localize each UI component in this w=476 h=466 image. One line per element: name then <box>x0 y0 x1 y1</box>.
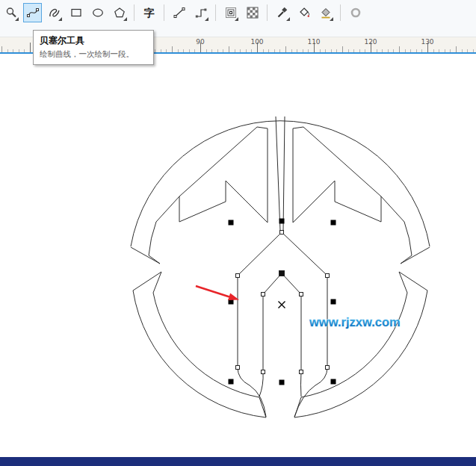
selection-handle <box>229 379 234 385</box>
eyedropper-tool-button[interactable] <box>273 3 291 22</box>
paint-bucket-icon <box>298 7 310 19</box>
fill-tool-button[interactable] <box>316 3 335 22</box>
eyedropper-icon <box>276 7 288 19</box>
bezier-nodes[interactable] <box>236 231 330 374</box>
fill-bucket-icon <box>320 7 332 19</box>
logo-peak-shapes[interactable] <box>179 127 381 223</box>
tooltip-title: 贝塞尔工具 <box>40 34 147 47</box>
text-tool-button[interactable]: 字 <box>140 3 158 22</box>
artwork-svg: www.rjzxw.com <box>0 54 476 457</box>
smart-fill-tool-button[interactable] <box>294 3 313 22</box>
connector-tool-button[interactable] <box>191 3 210 22</box>
artistic-media-icon <box>49 7 61 19</box>
selected-bezier-node <box>279 271 285 276</box>
bezier-node <box>236 274 240 278</box>
connector-icon <box>195 7 207 19</box>
selection-handle <box>331 379 336 385</box>
bezier-node <box>262 370 265 374</box>
contour-icon <box>225 7 237 19</box>
ruler-label: 120 <box>364 38 377 46</box>
tooltip-description: 绘制曲线，一次绘制一段。 <box>40 49 147 60</box>
ruler-label: 130 <box>421 38 433 46</box>
toolbox-row: 字 <box>0 0 476 22</box>
logo-ring-paths[interactable] <box>131 116 430 417</box>
ruler-label: 100 <box>250 38 263 46</box>
bezier-node <box>262 293 265 296</box>
line-icon <box>173 7 185 19</box>
pattern-tool-button[interactable] <box>243 3 262 22</box>
zoom-tool-button[interactable] <box>1 3 20 22</box>
bezier-icon <box>27 7 39 19</box>
selection-handle <box>279 380 285 385</box>
toolbar-separator <box>267 4 268 21</box>
tool-tooltip: 贝塞尔工具 绘制曲线，一次绘制一段。 <box>33 30 154 65</box>
watermark-text: www.rjzxw.com <box>309 315 401 329</box>
drawing-canvas[interactable]: www.rjzxw.com <box>0 54 476 457</box>
bottom-blue-bar <box>0 457 476 466</box>
ruler-label: 110 <box>307 38 320 46</box>
toolbar-separator <box>134 4 135 21</box>
outline-tool-button[interactable] <box>346 3 365 22</box>
text-tool-glyph: 字 <box>144 7 155 19</box>
object-center-marker[interactable] <box>279 302 285 308</box>
selection-handle <box>279 219 285 224</box>
ellipse-icon <box>92 7 104 19</box>
bezier-node <box>300 293 303 296</box>
rectangle-icon <box>70 7 82 19</box>
selection-handles[interactable] <box>229 219 336 385</box>
toolbar-separator <box>215 4 216 21</box>
selection-handle <box>331 299 336 305</box>
selection-handle <box>229 220 234 226</box>
ellipse-tool-button[interactable] <box>88 3 107 22</box>
contour-tool-button[interactable] <box>221 3 240 22</box>
line-tool-button[interactable] <box>170 3 188 22</box>
artistic-media-tool-button[interactable] <box>45 3 64 22</box>
ruler-label: 90 <box>196 38 204 46</box>
annotation-arrow <box>196 286 239 300</box>
outline-ring-icon <box>350 7 362 19</box>
bezier-node <box>326 366 330 370</box>
rectangle-tool-button[interactable] <box>67 3 85 22</box>
bezier-tool-button[interactable] <box>23 3 42 22</box>
bezier-node <box>300 370 303 374</box>
toolbar-separator <box>164 4 164 21</box>
checkerboard-icon <box>247 7 259 19</box>
bezier-node <box>326 274 330 278</box>
toolbar-separator <box>340 4 341 21</box>
zoom-icon <box>5 7 17 19</box>
polygon-icon <box>114 7 126 19</box>
selection-handle <box>331 220 336 226</box>
bezier-node <box>236 366 240 370</box>
app-window: 字 <box>0 0 476 466</box>
polygon-tool-button[interactable] <box>110 3 129 22</box>
bezier-node <box>280 231 284 234</box>
